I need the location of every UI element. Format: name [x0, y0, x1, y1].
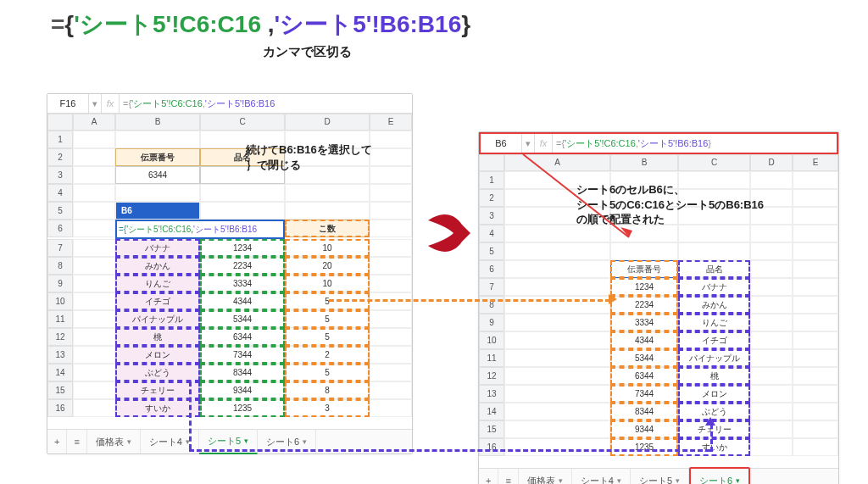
- tab-pricelist[interactable]: 価格表▾: [87, 430, 141, 453]
- cell[interactable]: 2234: [610, 296, 678, 314]
- rowhead[interactable]: 14: [479, 403, 504, 420]
- cell[interactable]: 7344: [200, 346, 285, 364]
- cell[interactable]: 5344: [610, 349, 678, 367]
- cell[interactable]: 6344: [115, 166, 200, 184]
- namebox-drop-left[interactable]: ▾: [89, 94, 102, 113]
- formula-input-right[interactable]: ={'シート5'!C6:C16,'シート5'!B6:B16}: [553, 134, 837, 153]
- namebox-left[interactable]: F16: [47, 94, 89, 113]
- cell[interactable]: 桃: [115, 328, 200, 346]
- cell[interactable]: イチゴ: [115, 292, 200, 310]
- cell[interactable]: 10: [285, 239, 370, 257]
- rowhead[interactable]: 13: [479, 385, 504, 403]
- cell[interactable]: 9344: [200, 381, 285, 399]
- rowhead[interactable]: 12: [47, 328, 73, 346]
- cell[interactable]: 10: [285, 275, 370, 292]
- cell[interactable]: 3334: [610, 314, 678, 331]
- all-sheets-button[interactable]: ≡: [67, 430, 86, 453]
- colhead-D[interactable]: D: [285, 114, 370, 131]
- rowhead[interactable]: 5: [47, 202, 73, 220]
- cell[interactable]: 桃: [678, 367, 750, 385]
- cell[interactable]: 1235: [610, 438, 678, 456]
- all-sheets-button[interactable]: ≡: [498, 469, 518, 484]
- cell[interactable]: 2: [285, 346, 370, 364]
- rowhead[interactable]: 9: [47, 275, 73, 292]
- cell[interactable]: 2234: [200, 257, 285, 275]
- add-sheet-button[interactable]: +: [479, 469, 498, 484]
- rowhead[interactable]: 7: [479, 278, 504, 296]
- colhead-A[interactable]: A: [73, 114, 115, 131]
- rowhead[interactable]: 14: [47, 364, 73, 381]
- cell[interactable]: りんご: [115, 275, 200, 292]
- cell[interactable]: すいか: [678, 438, 750, 456]
- namebox-drop-right[interactable]: ▾: [522, 134, 535, 153]
- cell[interactable]: 1235: [200, 399, 285, 417]
- cell[interactable]: メロン: [678, 385, 750, 403]
- colhead[interactable]: C: [678, 154, 750, 171]
- cell[interactable]: 伝票番号: [115, 148, 200, 166]
- cell[interactable]: 5: [285, 310, 370, 328]
- tab-sheet5[interactable]: シート5▾: [631, 469, 689, 484]
- formula-input-left[interactable]: ={'シート5'!C6:C16,'シート5'!B6:B16: [120, 94, 412, 113]
- rowhead[interactable]: 7: [47, 239, 73, 257]
- rowhead[interactable]: 4: [479, 225, 504, 242]
- colhead[interactable]: D: [750, 154, 793, 171]
- rowhead[interactable]: 15: [479, 420, 504, 438]
- cell[interactable]: バナナ: [115, 239, 200, 257]
- cell[interactable]: 4344: [610, 331, 678, 349]
- rowhead[interactable]: 6: [479, 260, 504, 278]
- cell[interactable]: 3: [285, 399, 370, 417]
- rowhead[interactable]: 11: [479, 349, 504, 367]
- rowhead[interactable]: 4: [47, 184, 73, 202]
- add-sheet-button[interactable]: +: [47, 430, 67, 453]
- rowhead[interactable]: 16: [47, 399, 73, 417]
- rowhead[interactable]: 8: [47, 257, 73, 275]
- cell[interactable]: 品名: [678, 260, 750, 278]
- cell[interactable]: 20: [285, 257, 370, 275]
- cell[interactable]: メロン: [115, 346, 200, 364]
- cell[interactable]: 8: [285, 381, 370, 399]
- cell[interactable]: こ数: [285, 220, 370, 237]
- rowhead[interactable]: 5: [479, 242, 504, 260]
- cell[interactable]: 6344: [200, 328, 285, 346]
- cell[interactable]: すいか: [115, 399, 200, 417]
- rowhead[interactable]: 3: [47, 166, 73, 184]
- colhead-C[interactable]: C: [200, 114, 285, 131]
- tab-pricelist[interactable]: 価格表▾: [519, 469, 572, 484]
- rowhead[interactable]: 1: [479, 171, 504, 189]
- colhead-E[interactable]: E: [370, 114, 412, 131]
- namebox-right[interactable]: B6: [481, 134, 522, 153]
- cell[interactable]: 5: [285, 364, 370, 381]
- cell[interactable]: 1234: [200, 239, 285, 257]
- cell[interactable]: イチゴ: [678, 331, 750, 349]
- colhead[interactable]: E: [793, 154, 838, 171]
- rowhead[interactable]: 15: [47, 381, 73, 399]
- cell[interactable]: パイナップル: [115, 310, 200, 328]
- cell[interactable]: パイナップル: [678, 349, 750, 367]
- rowhead[interactable]: 12: [479, 367, 504, 385]
- rowhead[interactable]: 3: [479, 207, 504, 225]
- rowhead[interactable]: 10: [479, 331, 504, 349]
- colhead-B[interactable]: B: [115, 114, 200, 131]
- cell[interactable]: みかん: [115, 257, 200, 275]
- cell[interactable]: みかん: [678, 296, 750, 314]
- tab-sheet4[interactable]: シート4▾: [572, 469, 631, 484]
- rowhead[interactable]: 2: [47, 148, 73, 166]
- cell[interactable]: チェリー: [115, 381, 200, 399]
- cell[interactable]: 6344: [610, 367, 678, 385]
- cell[interactable]: りんご: [678, 314, 750, 331]
- cell[interactable]: 1234: [610, 278, 678, 296]
- cell[interactable]: 5344: [200, 310, 285, 328]
- rowhead[interactable]: 6: [47, 220, 73, 237]
- cell[interactable]: 9344: [610, 420, 678, 438]
- cell[interactable]: 8344: [610, 403, 678, 420]
- rowhead[interactable]: 2: [479, 189, 504, 207]
- cell[interactable]: 4344: [200, 292, 285, 310]
- rowhead[interactable]: 13: [47, 346, 73, 364]
- cell[interactable]: 5: [285, 328, 370, 346]
- cell-editing[interactable]: ={'シート5'!C6:C16,'シート5'!B6:B16: [115, 220, 285, 239]
- rowhead[interactable]: 10: [47, 292, 73, 310]
- cell[interactable]: バナナ: [678, 278, 750, 296]
- cell[interactable]: 7344: [610, 385, 678, 403]
- rowhead[interactable]: 11: [47, 310, 73, 328]
- cell[interactable]: 3334: [200, 275, 285, 292]
